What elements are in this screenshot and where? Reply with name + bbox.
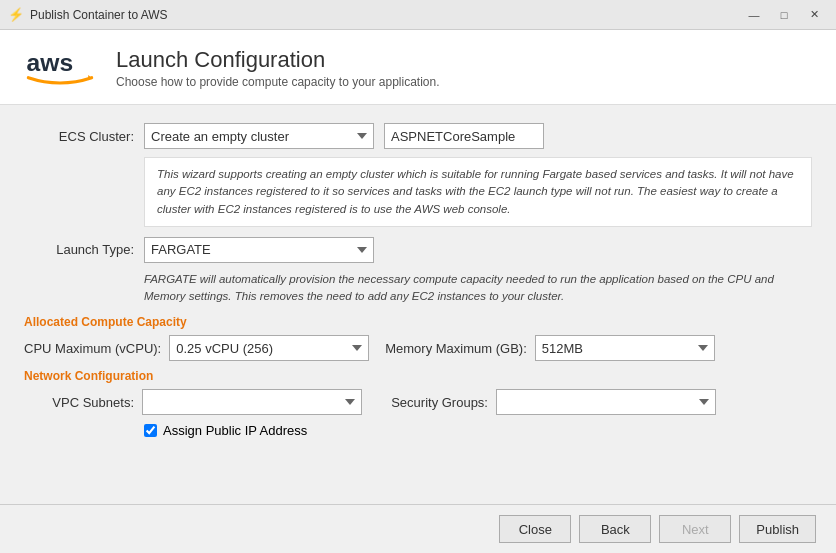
minimize-button[interactable]: — <box>740 5 768 25</box>
assign-public-ip-label[interactable]: Assign Public IP Address <box>163 423 307 438</box>
cluster-name-input[interactable] <box>384 123 544 149</box>
network-section-title: Network Configuration <box>24 369 812 383</box>
publish-button[interactable]: Publish <box>739 515 816 543</box>
vpc-select[interactable] <box>142 389 362 415</box>
launch-type-row: Launch Type: FARGATE EC2 <box>24 237 812 263</box>
close-button[interactable]: ✕ <box>800 5 828 25</box>
header: aws Launch Configuration Choose how to p… <box>0 30 836 105</box>
vpc-label: VPC Subnets: <box>24 395 134 410</box>
ecs-cluster-select[interactable]: Create an empty cluster Use existing clu… <box>144 123 374 149</box>
title-bar: ⚡ Publish Container to AWS — □ ✕ <box>0 0 836 30</box>
window-title: Publish Container to AWS <box>30 8 740 22</box>
app-icon: ⚡ <box>8 7 24 23</box>
allocated-section-title: Allocated Compute Capacity <box>24 315 812 329</box>
cpu-field: CPU Maximum (vCPU): 0.25 vCPU (256) 0.5 … <box>24 335 369 361</box>
fargate-info-text: FARGATE will automatically provision the… <box>144 271 812 306</box>
close-button[interactable]: Close <box>499 515 571 543</box>
svg-text:aws: aws <box>27 49 74 76</box>
cpu-label: CPU Maximum (vCPU): <box>24 341 161 356</box>
footer: Close Back Next Publish <box>0 504 836 553</box>
header-text: Launch Configuration Choose how to provi… <box>116 47 440 89</box>
launch-type-label: Launch Type: <box>24 242 134 257</box>
cpu-memory-row: CPU Maximum (vCPU): 0.25 vCPU (256) 0.5 … <box>24 335 812 361</box>
launch-type-select[interactable]: FARGATE EC2 <box>144 237 374 263</box>
assign-public-ip-checkbox[interactable] <box>144 424 157 437</box>
cluster-info-text: This wizard supports creating an empty c… <box>144 157 812 227</box>
vpc-field: VPC Subnets: <box>24 389 362 415</box>
aws-logo: aws <box>24 46 96 90</box>
cpu-select[interactable]: 0.25 vCPU (256) 0.5 vCPU (512) 1 vCPU (1… <box>169 335 369 361</box>
page-title: Launch Configuration <box>116 47 440 73</box>
network-row: VPC Subnets: Security Groups: <box>24 389 812 415</box>
content-area: ECS Cluster: Create an empty cluster Use… <box>0 105 836 504</box>
sg-select[interactable] <box>496 389 716 415</box>
window-controls: — □ ✕ <box>740 5 828 25</box>
back-button[interactable]: Back <box>579 515 651 543</box>
page-subtitle: Choose how to provide compute capacity t… <box>116 75 440 89</box>
sg-field: Security Groups: <box>378 389 716 415</box>
memory-select[interactable]: 512MB 1GB 2GB 3GB 4GB <box>535 335 715 361</box>
memory-label: Memory Maximum (GB): <box>385 341 527 356</box>
sg-label: Security Groups: <box>378 395 488 410</box>
memory-field: Memory Maximum (GB): 512MB 1GB 2GB 3GB 4… <box>385 335 715 361</box>
maximize-button[interactable]: □ <box>770 5 798 25</box>
ecs-cluster-label: ECS Cluster: <box>24 129 134 144</box>
ecs-cluster-row: ECS Cluster: Create an empty cluster Use… <box>24 123 812 149</box>
next-button[interactable]: Next <box>659 515 731 543</box>
public-ip-row: Assign Public IP Address <box>144 423 812 438</box>
